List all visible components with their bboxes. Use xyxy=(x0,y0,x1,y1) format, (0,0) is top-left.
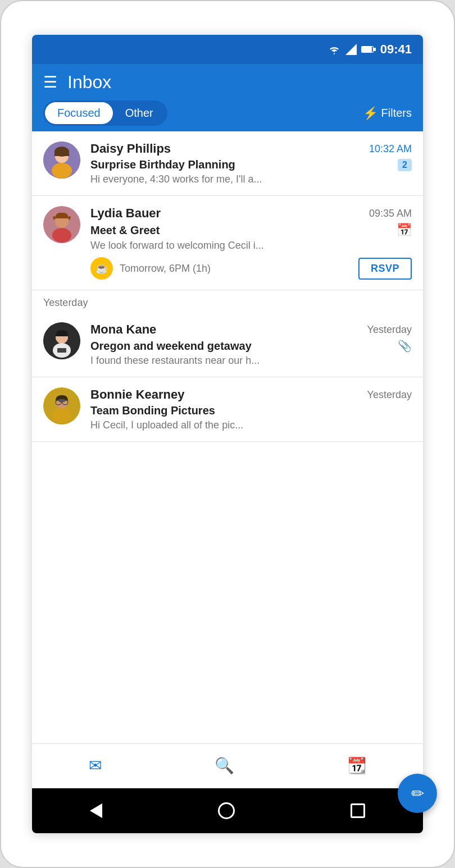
email-time-lydia: 09:35 AM xyxy=(369,208,412,220)
search-icon: 🔍 xyxy=(215,756,234,775)
bottom-nav: ✉ 🔍 📆 xyxy=(32,743,423,788)
status-time: 09:41 xyxy=(380,42,412,57)
calendar-icon-lydia: 📅 xyxy=(397,223,412,237)
email-subject-mona: Oregon and weekend getaway 📎 xyxy=(90,339,412,353)
back-triangle-icon xyxy=(90,803,102,818)
email-subject-daisy: Surprise Birthday Planning 2 xyxy=(90,158,412,171)
email-header-lydia: Lydia Bauer 09:35 AM xyxy=(90,206,412,221)
phone-frame: 09:41 ☰ Inbox Focused Other ⚡ Filters xyxy=(0,0,455,868)
email-header-bonnie: Bonnie Kearney Yesterday xyxy=(90,387,412,402)
compose-icon: ✏ xyxy=(411,784,424,803)
event-info-lydia: ☕ Tomorrow, 6PM (1h) xyxy=(90,257,211,280)
phone-inner: 09:41 ☰ Inbox Focused Other ⚡ Filters xyxy=(32,35,423,833)
event-time-text: Tomorrow, 6PM (1h) xyxy=(120,263,211,275)
avatar-image-bonnie xyxy=(43,387,80,424)
svg-marker-0 xyxy=(345,44,357,55)
android-home-button[interactable] xyxy=(218,802,235,819)
unread-badge-daisy: 2 xyxy=(398,159,412,171)
home-circle-icon xyxy=(218,802,235,819)
event-card-lydia: ☕ Tomorrow, 6PM (1h) RSVP xyxy=(43,257,412,280)
app-bar: ☰ Inbox Focused Other ⚡ Filters xyxy=(32,64,423,131)
app-title: Inbox xyxy=(67,72,111,93)
avatar-bonnie xyxy=(43,387,80,424)
avatar-image-mona xyxy=(43,322,80,359)
calendar-nav-icon: 📆 xyxy=(347,756,367,775)
svg-point-23 xyxy=(53,408,71,423)
email-content-lydia: Lydia Bauer 09:35 AM Meet & Greet 📅 We l… xyxy=(90,206,412,252)
email-item-bonnie[interactable]: Bonnie Kearney Yesterday Team Bonding Pi… xyxy=(32,377,423,442)
svg-point-7 xyxy=(52,163,72,179)
email-item-daisy[interactable]: Daisy Phillips 10:32 AM Surprise Birthda… xyxy=(32,131,423,196)
tab-other[interactable]: Other xyxy=(113,102,166,124)
android-nav-bar xyxy=(32,788,423,833)
bolt-icon: ⚡ xyxy=(363,106,378,121)
svg-rect-4 xyxy=(374,48,376,51)
rsvp-button[interactable]: RSVP xyxy=(358,258,412,280)
mail-icon: ✉ xyxy=(89,756,102,775)
email-preview-mona: I found these restaurants near our h... xyxy=(90,355,412,367)
app-bar-top: ☰ Inbox xyxy=(43,72,412,93)
android-recents-button[interactable] xyxy=(351,803,365,818)
sender-name-daisy: Daisy Phillips xyxy=(90,141,171,156)
avatar-image-daisy xyxy=(43,141,80,179)
signal-icon xyxy=(345,44,357,55)
email-header-daisy: Daisy Phillips 10:32 AM xyxy=(90,141,412,156)
status-icons: 09:41 xyxy=(327,42,412,57)
email-subject-bonnie: Team Bonding Pictures xyxy=(90,404,412,417)
email-content-daisy: Daisy Phillips 10:32 AM Surprise Birthda… xyxy=(90,141,412,185)
email-preview-daisy: Hi everyone, 4:30 works for me, I'll a..… xyxy=(90,173,412,185)
battery-icon xyxy=(361,45,376,53)
email-time-daisy: 10:32 AM xyxy=(369,143,412,155)
recents-square-icon xyxy=(351,803,365,818)
email-content-mona: Mona Kane Yesterday Oregon and weekend g… xyxy=(90,322,412,367)
hamburger-menu-icon[interactable]: ☰ xyxy=(43,73,57,92)
sender-name-mona: Mona Kane xyxy=(90,322,156,337)
android-back-button[interactable] xyxy=(90,803,102,818)
avatar-image-lydia xyxy=(43,206,80,243)
sender-name-bonnie: Bonnie Kearney xyxy=(90,387,185,402)
filters-label: Filters xyxy=(381,107,412,120)
filters-button[interactable]: ⚡ Filters xyxy=(363,106,412,121)
nav-calendar[interactable]: 📆 xyxy=(347,756,367,776)
email-header-mona: Mona Kane Yesterday xyxy=(90,322,412,337)
wifi-icon xyxy=(327,44,341,54)
email-subject-lydia: Meet & Greet 📅 xyxy=(90,223,412,237)
svg-rect-16 xyxy=(57,348,66,353)
event-icon-circle: ☕ xyxy=(90,257,113,280)
email-preview-lydia: We look forward to welcoming Cecil i... xyxy=(90,240,412,252)
nav-search[interactable]: 🔍 xyxy=(215,756,234,776)
avatar-daisy xyxy=(43,141,80,179)
attachment-icon-mona: 📎 xyxy=(398,339,412,353)
email-content-bonnie: Bonnie Kearney Yesterday Team Bonding Pi… xyxy=(90,387,412,431)
email-item-lydia[interactable]: Lydia Bauer 09:35 AM Meet & Greet 📅 We l… xyxy=(32,196,423,290)
email-preview-bonnie: Hi Cecil, I uploaded all of the pic... xyxy=(90,419,412,431)
email-time-mona: Yesterday xyxy=(367,324,412,336)
email-time-bonnie: Yesterday xyxy=(367,389,412,401)
tab-row: Focused Other ⚡ Filters xyxy=(43,100,412,131)
avatar-mona xyxy=(43,322,80,359)
tab-focused[interactable]: Focused xyxy=(45,102,113,124)
email-list: Daisy Phillips 10:32 AM Surprise Birthda… xyxy=(32,131,423,743)
nav-mail[interactable]: ✉ xyxy=(89,756,102,776)
email-item-mona[interactable]: Mona Kane Yesterday Oregon and weekend g… xyxy=(32,312,423,377)
svg-rect-3 xyxy=(362,47,372,52)
avatar-lydia xyxy=(43,206,80,243)
section-header-yesterday: Yesterday xyxy=(32,290,423,312)
svg-point-12 xyxy=(52,228,71,243)
status-bar: 09:41 xyxy=(32,35,423,64)
tab-group: Focused Other xyxy=(43,100,167,126)
coffee-icon: ☕ xyxy=(95,262,108,275)
sender-name-lydia: Lydia Bauer xyxy=(90,206,161,221)
